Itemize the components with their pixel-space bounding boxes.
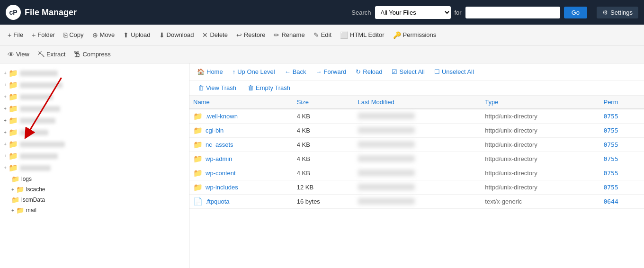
expand-icon[interactable]: +	[4, 71, 7, 76]
expand-icon[interactable]: +	[4, 142, 7, 147]
table-row[interactable]: 📁wp-admin4 KB2024-01-15 10:30httpd/unix-…	[189, 152, 644, 166]
html-editor-button[interactable]: ⬜ HTML Editor	[336, 29, 388, 41]
back-label: Back	[293, 68, 306, 75]
sidebar-item[interactable]: + 📁 XXXXXXX	[2, 79, 187, 91]
table-row[interactable]: 📁wp-includes12 KB2024-01-15 10:30httpd/u…	[189, 180, 644, 195]
copy-button[interactable]: ⎘ Copy	[60, 29, 87, 41]
expand-icon[interactable]: +	[4, 94, 7, 99]
file-name-label[interactable]: wp-admin	[206, 155, 232, 162]
key-icon: 🔑	[393, 31, 401, 39]
col-header-type[interactable]: Type	[481, 96, 599, 109]
rename-icon: ✏	[274, 31, 279, 39]
folder-icon: 📁	[11, 196, 19, 204]
restore-icon: ↩	[236, 31, 242, 39]
new-file-label: File	[13, 31, 23, 38]
compress-button[interactable]: 🗜 Compress	[70, 49, 114, 60]
app-title: File Manager	[25, 8, 77, 18]
move-button[interactable]: ⊕ Move	[89, 29, 119, 41]
expand-icon[interactable]: +	[4, 82, 7, 88]
back-button[interactable]: ← Back	[281, 66, 310, 77]
table-row[interactable]: 📁nc_assets4 KB2024-01-15 10:30httpd/unix…	[189, 138, 644, 152]
settings-button[interactable]: ⚙ Settings	[597, 7, 638, 18]
upload-button[interactable]: ⬆ Upload	[119, 29, 154, 41]
download-icon: ⬇	[159, 31, 165, 39]
restore-label: Restore	[244, 31, 266, 38]
empty-trash-button[interactable]: 🗑 Empty Trash	[243, 82, 295, 93]
col-header-size[interactable]: Size	[293, 96, 354, 109]
file-name-label[interactable]: .ftpquota	[206, 198, 230, 205]
sidebar-item-mail[interactable]: + 📁 mail	[9, 205, 187, 215]
search-scope-select[interactable]: All Your Files	[375, 6, 451, 19]
download-button[interactable]: ⬇ Download	[155, 29, 198, 41]
sidebar-item[interactable]: + 📁 XXXXXXX	[2, 138, 187, 150]
expand-icon[interactable]: +	[4, 118, 7, 123]
sidebar-item-label: XXXXXXX	[20, 130, 48, 135]
select-all-button[interactable]: ☑ Select All	[388, 66, 428, 77]
rename-button[interactable]: ✏ Rename	[270, 29, 308, 41]
expand-icon[interactable]: +	[4, 106, 7, 111]
sidebar-item[interactable]: + 📁 XXXXXXX	[2, 67, 187, 79]
file-name-label[interactable]: .well-known	[206, 113, 238, 120]
forward-label: Forward	[324, 68, 347, 75]
file-modified-cell: 2024-01-15 10:30	[354, 124, 482, 138]
home-button[interactable]: 🏠 Home	[193, 66, 227, 77]
sidebar-item[interactable]: + 📁 XXXXXXX	[2, 115, 187, 126]
search-area: Search All Your Files for Go ⚙ Settings	[351, 6, 638, 19]
expand-icon[interactable]: +	[11, 208, 14, 213]
sidebar-item-label: mail	[26, 207, 36, 214]
folder-icon: 📁	[9, 163, 18, 172]
extract-button[interactable]: ⛏ Extract	[34, 49, 69, 60]
search-go-button[interactable]: Go	[564, 7, 587, 18]
folder-icon: 📁	[9, 152, 18, 161]
forward-button[interactable]: → Forward	[312, 66, 350, 77]
file-modified-cell: 2024-01-15 10:30	[354, 138, 482, 152]
col-header-last-modified[interactable]: Last Modified	[354, 96, 482, 109]
expand-icon[interactable]: +	[4, 153, 7, 159]
folder-icon: 📁	[16, 186, 24, 193]
sidebar-item[interactable]: + 📁 XXXXXXX	[2, 162, 187, 174]
table-row[interactable]: 📄.ftpquota16 bytes2024-01-15 10:30text/x…	[189, 195, 644, 209]
new-folder-button[interactable]: + Folder	[28, 29, 59, 41]
new-folder-label: Folder	[37, 31, 55, 38]
table-row[interactable]: 📁.well-known4 KB2024-01-15 10:30httpd/un…	[189, 109, 644, 124]
delete-button[interactable]: ✕ Delete	[198, 29, 232, 41]
sidebar-item[interactable]: + 📁 XXXXXXX	[2, 150, 187, 162]
expand-icon[interactable]: +	[4, 130, 7, 135]
sidebar-item-lscache[interactable]: + 📁 lscache	[9, 184, 187, 195]
file-type-cell: httpd/unix-directory	[481, 124, 599, 138]
expand-icon[interactable]: +	[4, 165, 7, 170]
edit-button[interactable]: ✎ Edit	[310, 29, 335, 41]
file-name-label[interactable]: cgi-bin	[206, 127, 224, 134]
sidebar-item-label: XXXXXXX	[20, 142, 65, 147]
col-header-perm[interactable]: Perm	[599, 96, 644, 109]
table-row[interactable]: 📁cgi-bin4 KB2024-01-15 10:30httpd/unix-d…	[189, 124, 644, 138]
new-file-button[interactable]: + File	[4, 29, 27, 41]
sidebar-item-lscmdata[interactable]: 📁 lscmData	[9, 195, 187, 205]
permissions-button[interactable]: 🔑 Permissions	[389, 29, 440, 41]
expand-icon[interactable]: +	[11, 187, 14, 192]
search-input[interactable]	[465, 7, 560, 18]
app-logo: cP File Manager	[6, 5, 77, 20]
reload-button[interactable]: ↻ Reload	[352, 66, 386, 77]
file-name-label[interactable]: nc_assets	[206, 141, 233, 148]
sidebar-item[interactable]: + 📁 XXXXXXX	[2, 103, 187, 115]
up-one-level-button[interactable]: ↑ Up One Level	[229, 66, 279, 77]
file-size-cell: 4 KB	[293, 166, 354, 180]
edit-icon: ✎	[313, 31, 319, 39]
sidebar-item[interactable]: + 📁 XXXXXXX	[2, 126, 187, 138]
file-name-label[interactable]: wp-includes	[206, 184, 238, 191]
col-header-name[interactable]: Name	[189, 96, 293, 109]
file-modified-cell: 2024-01-15 10:30	[354, 166, 482, 180]
unselect-all-button[interactable]: ☐ Unselect All	[430, 66, 478, 77]
view-trash-button[interactable]: 🗑 View Trash	[193, 82, 241, 93]
file-size-cell: 4 KB	[293, 124, 354, 138]
table-row[interactable]: 📁wp-content4 KB2024-01-15 10:30httpd/uni…	[189, 166, 644, 180]
view-button[interactable]: 👁 View	[4, 49, 33, 60]
sidebar-item-logs[interactable]: 📁 logs	[9, 174, 187, 184]
file-type-cell: httpd/unix-directory	[481, 152, 599, 166]
file-name-label[interactable]: wp-content	[206, 170, 236, 177]
sidebar-item[interactable]: + 📁 XXXXXXX	[2, 91, 187, 103]
toolbar-row1: + File + Folder ⎘ Copy ⊕ Move ⬆ Upload ⬇…	[0, 25, 644, 45]
edit-label: Edit	[321, 31, 331, 38]
restore-button[interactable]: ↩ Restore	[233, 29, 269, 41]
